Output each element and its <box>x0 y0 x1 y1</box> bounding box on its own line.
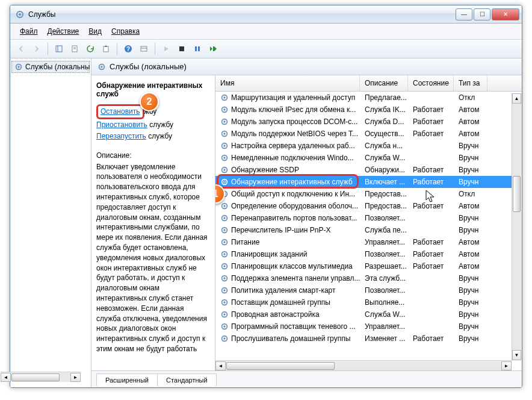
restart-link[interactable]: Перезапустить <box>96 132 146 140</box>
gear-icon <box>220 238 229 246</box>
service-row[interactable]: Определение оборудования оболоч...Предос… <box>215 200 522 212</box>
service-startup: Вручн <box>457 334 491 343</box>
pause-icon <box>194 46 200 52</box>
service-row[interactable]: Немедленные подключения Windo...Служба W… <box>215 152 522 164</box>
svg-point-59 <box>223 325 226 328</box>
svg-rect-2 <box>56 46 62 52</box>
gear-icon <box>220 250 229 258</box>
service-row[interactable]: Проводная автонастройкаСлужба W...Вручн <box>215 308 522 320</box>
play-icon <box>163 46 169 52</box>
tree-hscroll[interactable]: ◄► <box>10 372 81 382</box>
svg-point-27 <box>223 133 226 135</box>
service-desc: Позволяет... <box>363 214 412 222</box>
service-state: Работает <box>412 117 457 126</box>
service-row[interactable]: Поставщик домашней группыВыполняе...Вруч… <box>215 296 522 308</box>
svg-point-1 <box>19 13 21 16</box>
service-row[interactable]: Политика удаления смарт-картПозволяет...… <box>215 284 522 296</box>
svg-rect-15 <box>213 46 214 51</box>
service-state: Работает <box>412 334 457 343</box>
restart-service-button[interactable] <box>206 42 220 55</box>
service-desc: Позволяет... <box>363 286 412 295</box>
svg-rect-7 <box>104 46 108 52</box>
service-row[interactable]: Планировщик классов мультимедиаРазрешает… <box>215 260 522 272</box>
service-row[interactable]: Перенаправитель портов пользоват...Позво… <box>215 212 522 224</box>
stop-icon <box>179 46 185 52</box>
col-state[interactable]: Состояние <box>408 75 454 91</box>
service-name: Программный поставщик теневого ... <box>231 322 356 331</box>
svg-point-29 <box>223 145 226 147</box>
tree-node-services-local[interactable]: Службы (локальны <box>11 61 90 73</box>
menu-file[interactable]: Файл <box>15 26 43 37</box>
service-state: Работает <box>412 202 457 210</box>
service-startup: Откл <box>457 190 491 198</box>
service-name: Политика удаления смарт-карт <box>231 286 336 295</box>
tab-extended[interactable]: Расширенный <box>96 373 158 386</box>
service-desc: Эта служб... <box>363 274 412 283</box>
service-row[interactable]: ПитаниеУправляет...РаботаетАвтом <box>215 236 522 248</box>
service-name: Настройка сервера удаленных раб... <box>231 142 355 150</box>
service-row[interactable]: Планировщик заданийПозволяет...РаботаетА… <box>215 248 522 260</box>
show-hide-action-button[interactable] <box>137 42 151 55</box>
service-row[interactable]: Настройка сервера удаленных раб...Служба… <box>215 140 522 152</box>
help-button[interactable]: ? <box>121 42 135 55</box>
service-row[interactable]: Модуль ключей IPsec для обмена к...Служб… <box>215 104 522 116</box>
service-row[interactable]: Модуль запуска процессов DCOM-с...Служба… <box>215 116 522 128</box>
service-row[interactable]: Поддержка элемента панели управл...Эта с… <box>215 272 522 284</box>
service-name: Модуль ключей IPsec для обмена к... <box>231 105 356 114</box>
view-tabs: Расширенный Стандартный <box>91 370 522 387</box>
horizontal-scrollbar[interactable]: ◄► <box>215 360 512 370</box>
service-row[interactable]: Обнаружение интерактивных службВключает … <box>215 176 522 188</box>
service-startup: Вручн <box>457 214 491 222</box>
export-button[interactable] <box>99 42 113 55</box>
gear-icon <box>220 298 229 307</box>
vertical-scrollbar[interactable]: ▲▼ <box>512 93 522 360</box>
gear-icon <box>220 166 229 174</box>
titlebar[interactable]: Службы — ☐ ✕ <box>10 5 522 23</box>
window-title: Службы <box>28 10 456 19</box>
service-desc: Служба D... <box>363 117 412 126</box>
svg-point-33 <box>223 169 226 171</box>
svg-rect-13 <box>195 46 197 51</box>
pause-link[interactable]: Приостановить <box>96 120 147 129</box>
service-row[interactable]: Перечислитель IP-шин PnP-XСлужба пе...Вр… <box>215 224 522 236</box>
col-startup[interactable]: Тип за <box>454 75 487 91</box>
svg-point-31 <box>223 157 226 159</box>
service-row[interactable]: Модуль поддержки NetBIOS через T...Осуще… <box>215 128 522 140</box>
menu-help[interactable]: Справка <box>107 26 144 37</box>
refresh-button[interactable] <box>83 42 97 55</box>
svg-point-53 <box>223 289 226 292</box>
properties-button[interactable] <box>67 42 82 55</box>
service-startup: Вручн <box>457 154 491 162</box>
close-button[interactable]: ✕ <box>492 8 519 20</box>
col-description[interactable]: Описание <box>360 75 408 91</box>
gear-icon <box>220 214 229 222</box>
svg-point-43 <box>223 229 226 231</box>
svg-point-17 <box>17 66 20 68</box>
service-row[interactable]: Прослушиватель домашней группыИзменяет .… <box>215 333 522 345</box>
service-desc: Предостав... <box>363 190 412 198</box>
svg-point-51 <box>223 277 226 280</box>
menu-action[interactable]: Действие <box>43 26 84 37</box>
service-startup: Вручн <box>457 166 491 174</box>
service-row[interactable]: Маршрутизация и удаленный доступПредлага… <box>215 92 522 104</box>
pause-service-button[interactable] <box>190 42 205 55</box>
maximize-button[interactable]: ☐ <box>474 8 490 20</box>
menu-view[interactable]: Вид <box>84 26 107 37</box>
col-name[interactable]: Имя <box>215 75 360 91</box>
tab-standard[interactable]: Стандартный <box>157 373 217 386</box>
stop-service-button[interactable] <box>175 42 189 55</box>
description-text: Включает уведомление пользователя о необ… <box>96 162 210 354</box>
service-row[interactable]: Программный поставщик теневого ...Управл… <box>215 320 522 333</box>
service-desc: Осуществ... <box>363 130 412 138</box>
service-startup: Вручн <box>457 226 491 234</box>
list-rows: Маршрутизация и удаленный доступПредлага… <box>215 92 522 370</box>
show-hide-tree-button[interactable] <box>52 42 66 55</box>
minimize-button[interactable]: — <box>456 8 472 20</box>
service-startup: Вручн <box>457 286 491 295</box>
service-row[interactable]: Обнаружение SSDPОбнаружи...РаботаетВручн <box>215 164 522 176</box>
service-name: Модуль поддержки NetBIOS через T... <box>231 130 358 138</box>
service-row[interactable]: Общий доступ к подключению к Ин...Предос… <box>215 188 522 200</box>
service-name: Перенаправитель портов пользоват... <box>231 214 357 222</box>
stop-link[interactable]: Остановить <box>101 107 140 116</box>
service-startup: Вручн <box>457 142 491 150</box>
